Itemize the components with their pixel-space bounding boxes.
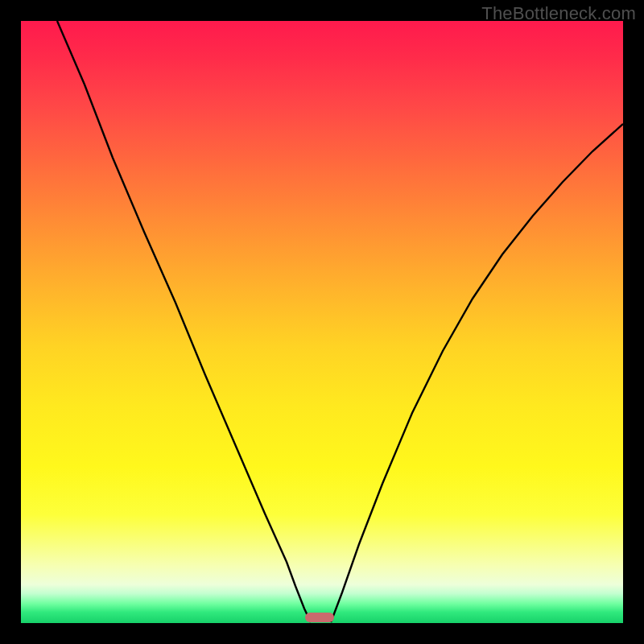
plot-area <box>21 21 623 623</box>
bottleneck-curve <box>21 21 623 623</box>
curve-left-branch <box>57 21 311 622</box>
optimum-marker <box>305 613 334 622</box>
chart-frame: TheBottleneck.com <box>0 0 644 644</box>
curve-right-branch <box>331 124 623 622</box>
watermark-text: TheBottleneck.com <box>481 3 636 24</box>
